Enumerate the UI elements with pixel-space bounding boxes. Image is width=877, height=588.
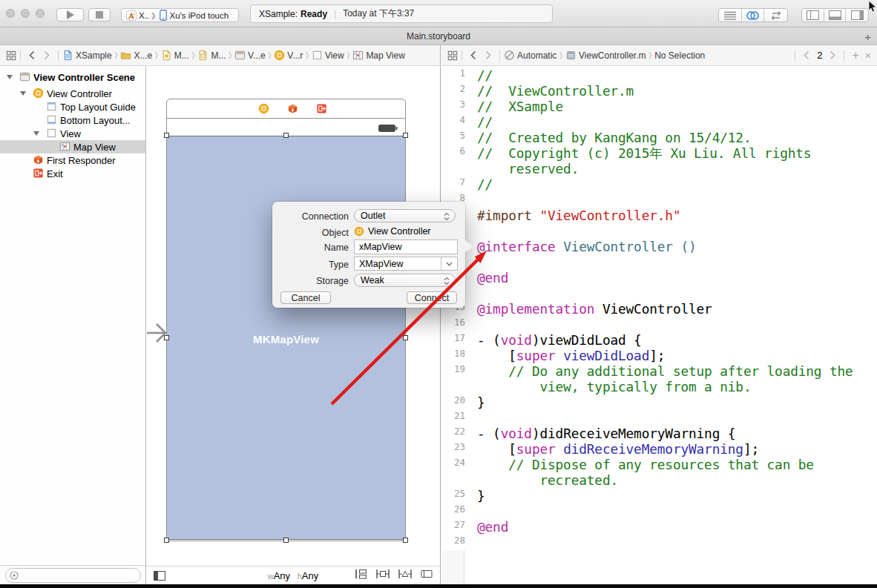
code-line: recreated.	[441, 472, 877, 488]
file-m-icon: m	[565, 50, 577, 61]
grid-icon	[6, 50, 16, 61]
breadcrumb-v-r[interactable]: V...r〉	[274, 50, 312, 61]
connection-select[interactable]: Outlet	[354, 209, 456, 222]
assistant-editor-icon	[746, 11, 759, 20]
assistant-editor-button[interactable]	[742, 9, 765, 22]
run-button[interactable]	[56, 8, 84, 22]
outline-row-first-responder[interactable]: First Responder	[0, 153, 145, 167]
new-tab-button[interactable]: +	[864, 27, 871, 45]
line-number: 16	[441, 317, 465, 332]
type-combo[interactable]: XMapView	[354, 257, 458, 271]
debug-panel-icon	[829, 10, 841, 20]
handle-top-center[interactable]	[283, 133, 289, 138]
handle-bottom-right[interactable]	[403, 538, 408, 543]
disclosure-triangle[interactable]	[33, 131, 39, 136]
pin-button[interactable]	[398, 569, 412, 579]
status-time: Today at 下午3:37	[343, 7, 414, 20]
disclosure-triangle[interactable]	[20, 91, 26, 96]
outline-row-map-view[interactable]: Map View	[0, 140, 145, 153]
debug-area-toggle-button[interactable]	[824, 9, 847, 22]
outline-label: Top Layout Guide	[60, 102, 136, 113]
outline-label: Map View	[73, 142, 116, 153]
outline-row-top-layout-guide[interactable]: Top Layout Guide	[0, 100, 145, 113]
stack-button[interactable]	[355, 569, 367, 579]
automatic-icon	[504, 50, 515, 61]
breadcrumb-xsample[interactable]: XSample〉	[62, 50, 120, 61]
folder-icon	[120, 50, 131, 61]
first-responder-dock-icon[interactable]	[287, 103, 298, 114]
breadcrumb-m[interactable]: M...〉	[197, 50, 234, 61]
prev-counterpart-button[interactable]	[799, 50, 814, 60]
line-number: 1	[441, 67, 465, 83]
combo-dropdown-button[interactable]	[441, 257, 457, 270]
resolve-autolayout-button[interactable]	[421, 569, 433, 579]
outline-row-view-controller[interactable]: View Controller	[0, 87, 145, 100]
connect-button[interactable]: Connect	[407, 291, 457, 304]
stop-button[interactable]	[88, 8, 111, 22]
back-button[interactable]	[466, 50, 481, 60]
outline-row-bottom-layout[interactable]: Bottom Layout...	[0, 113, 145, 127]
window-close-button[interactable]	[6, 9, 15, 18]
code-line: 9#import "ViewController.h"	[441, 208, 877, 223]
outline-row-view[interactable]: View	[0, 127, 145, 140]
related-items-icon[interactable]	[447, 50, 458, 61]
handle-mid-right[interactable]	[403, 335, 408, 340]
version-editor-button[interactable]	[764, 9, 787, 22]
scheme-selector[interactable]: X.. ❯ Xu's iPod touch	[121, 8, 239, 22]
tab-main-storyboard[interactable]: Main.storyboard	[407, 31, 470, 42]
handle-top-left[interactable]	[164, 133, 169, 138]
line-number: 20	[441, 394, 465, 410]
window-minimize-button[interactable]	[21, 9, 30, 18]
next-counterpart-button[interactable]	[825, 50, 840, 60]
breadcrumb-v-e[interactable]: V...e〉	[234, 50, 274, 61]
code-line: 19 // Do any additional setup after load…	[441, 363, 877, 379]
breadcrumb-view[interactable]: View〉	[312, 50, 352, 61]
forward-button[interactable]	[481, 50, 496, 60]
scene-dock-icon	[234, 50, 246, 61]
breadcrumb-automatic[interactable]: Automatic〉	[504, 50, 565, 61]
breadcrumb-map-view[interactable]: Map View	[352, 50, 404, 61]
code-line: 16	[441, 317, 877, 332]
stepper-arrows-icon	[444, 277, 450, 285]
utilities-toggle-button[interactable]	[846, 9, 868, 22]
code-line: view, typically from a nib.	[441, 379, 877, 394]
disclosure-triangle[interactable]	[7, 75, 13, 79]
handle-bottom-center[interactable]	[283, 538, 289, 543]
navigator-toggle-button[interactable]	[802, 9, 824, 22]
map-view-canvas[interactable]: MKMapView	[167, 136, 405, 540]
breadcrumb-viewcontroller-m[interactable]: mViewController.m〉	[565, 50, 654, 61]
status-state: Ready	[300, 9, 327, 19]
window-zoom-button[interactable]	[36, 9, 45, 18]
align-button[interactable]	[376, 569, 390, 579]
source-code[interactable]: 1//2// ViewController.m3// XSample4//5//…	[441, 67, 877, 550]
storage-select[interactable]: Weak	[354, 274, 456, 287]
view-controller-dock-icon[interactable]	[258, 103, 269, 114]
breadcrumb-no-selection[interactable]: No Selection	[654, 50, 705, 61]
document-outline: View Controller SceneView ControllerTop …	[0, 66, 146, 584]
related-items-icon[interactable]	[6, 50, 16, 61]
view-segmented	[801, 8, 869, 22]
view-controller-scene[interactable]: MKMapView	[166, 99, 406, 541]
exit-icon	[316, 103, 327, 114]
battery-icon	[378, 125, 398, 132]
handle-bottom-left[interactable]	[164, 538, 169, 543]
view-controller-icon	[33, 87, 44, 99]
name-input[interactable]: xMapView	[354, 240, 458, 254]
line-number: 4	[441, 114, 465, 130]
xcode-icon	[126, 10, 137, 21]
back-button[interactable]	[24, 50, 39, 60]
handle-top-right[interactable]	[403, 133, 408, 138]
close-assistant-button[interactable]: ×	[863, 50, 877, 62]
breadcrumb-x-e[interactable]: X...e〉	[120, 50, 160, 61]
outline-row-exit[interactable]: Exit	[0, 167, 145, 180]
standard-editor-button[interactable]	[719, 9, 742, 22]
add-assistant-button[interactable]: +	[848, 49, 862, 62]
outline-filter-field[interactable]	[5, 568, 141, 583]
forward-button[interactable]	[39, 50, 54, 60]
tab-bar: Main.storyboard +	[0, 27, 877, 45]
outline-row-view-controller-scene[interactable]: View Controller Scene	[0, 70, 145, 84]
breadcrumb-m[interactable]: M...〉	[161, 50, 198, 61]
cancel-button[interactable]: Cancel	[280, 291, 331, 304]
initial-scene-arrow[interactable]	[147, 321, 168, 345]
exit-dock-icon[interactable]	[316, 103, 327, 114]
